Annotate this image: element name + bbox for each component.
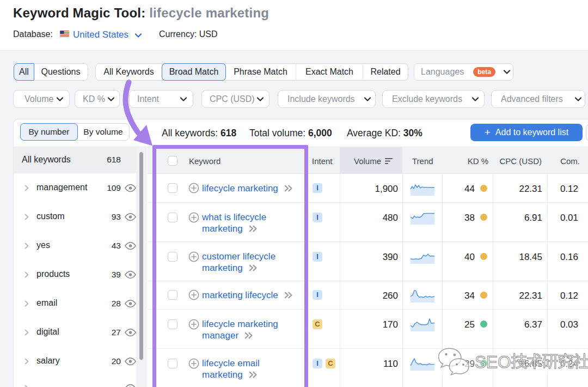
- svg-text:SEO: SEO: [475, 352, 511, 372]
